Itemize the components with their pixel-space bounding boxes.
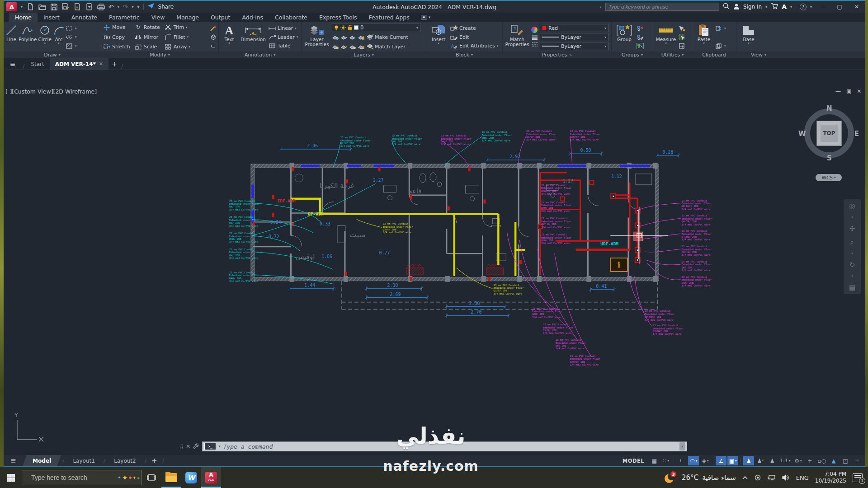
cut-tool[interactable]: ▾ [715, 24, 726, 33]
lineweight-icon[interactable] [531, 34, 538, 40]
settings-icon[interactable]: ⚙▾ [793, 456, 803, 465]
ribbon-tab-collaborate[interactable]: Collaborate [269, 13, 313, 22]
customize-icon[interactable]: + [804, 456, 815, 465]
annotation-panel-label[interactable]: Annotation▾ [219, 52, 302, 58]
hatch-tool[interactable]: ▾ [66, 42, 77, 50]
layer-isolate-icon[interactable] [340, 34, 348, 40]
dimension-button[interactable]: Dimension [239, 23, 267, 51]
isodraft-icon[interactable]: ◈▾ [700, 456, 711, 465]
move-button[interactable]: Move [103, 23, 130, 32]
annotation-visibility-icon[interactable]: ♟ [743, 456, 754, 465]
sign-in-caret-icon[interactable]: ▾ [765, 5, 767, 9]
layer-unlock-icon[interactable] [349, 43, 356, 50]
autodesk-caret-icon[interactable]: ▾ [790, 5, 792, 9]
layer-properties-button[interactable]: Layer Properties [303, 23, 330, 51]
command-customize-icon[interactable] [193, 442, 199, 451]
clock[interactable]: 7:04 PM10/19/2025 [815, 471, 846, 484]
help-icon[interactable]: ? [800, 4, 807, 10]
mirror-button[interactable]: Mirror [135, 33, 160, 42]
qat-customize-icon[interactable]: ▾̄ [137, 5, 140, 9]
command-input[interactable] [223, 443, 677, 450]
ortho-icon[interactable]: ∟ [676, 456, 687, 465]
stretch-button[interactable]: Stretch [103, 42, 130, 51]
group-button[interactable]: Group [613, 23, 635, 51]
file-explorer-button[interactable] [161, 467, 181, 488]
groups-panel-label[interactable]: Groups▾ [612, 52, 653, 58]
measure-button[interactable]: Measure ▾ [655, 23, 677, 51]
snap-icon[interactable]: ∷▾ [660, 456, 671, 465]
weather-icon[interactable]: 3 [665, 472, 675, 483]
group-select-toggle[interactable] [637, 42, 644, 50]
ribbon-tab-annotate[interactable]: Annotate [66, 13, 103, 22]
circle-button[interactable]: Circle ▾ [38, 23, 52, 51]
edit-attributes-button[interactable]: Edit Attributes▾ [450, 42, 499, 50]
copy-button[interactable]: Copy [103, 33, 130, 42]
pan-icon[interactable]: ✣ [849, 225, 855, 233]
match-layer-button[interactable]: Match Layer [375, 44, 406, 50]
copy-clip-tool[interactable]: ▾ [715, 42, 726, 50]
explode-tool[interactable] [209, 33, 217, 42]
offset-tool[interactable]: ⊂ [209, 42, 217, 50]
ellipse-tool[interactable]: ▾ [66, 33, 77, 42]
close-button[interactable]: ✕ [850, 1, 863, 12]
leader-button[interactable]: Leader▾ [269, 33, 298, 42]
undo-caret-icon[interactable]: ▾ [118, 5, 119, 9]
block-panel-label[interactable]: Block▾ [426, 52, 503, 58]
share-button[interactable]: Share [158, 4, 174, 10]
tab-adm-ver-14[interactable]: ADM VER-14*✕ [50, 58, 108, 70]
polar-tracking-icon[interactable]: ◠▾ [688, 456, 699, 465]
minimize-button[interactable]: — [816, 1, 829, 12]
taskbar-search[interactable]: ✦✦●✦● [22, 470, 142, 485]
view-panel-label[interactable]: View▾ [736, 52, 781, 58]
scale-button[interactable]: Scale [135, 42, 160, 51]
properties-panel-label[interactable]: Properties↘ [503, 52, 612, 58]
make-current-button[interactable]: Make Current [375, 34, 408, 40]
redo-button[interactable]: ↷ [123, 3, 128, 10]
polyline-button[interactable]: Polyline [19, 23, 37, 51]
autocad-app-menu[interactable]: A [6, 2, 17, 11]
utilities-panel-label[interactable]: Utilities▾ [653, 52, 692, 58]
ribbon-tab-express-tools[interactable]: Express Tools [313, 13, 363, 22]
paste-button[interactable]: Paste ▾ [694, 23, 714, 51]
match-properties-button[interactable]: Match Properties [505, 23, 530, 51]
ribbon-tab-parametric[interactable]: Parametric [103, 13, 146, 22]
tab-start[interactable]: Start [25, 58, 49, 70]
ribbon-display-toggle[interactable]: ▪▾ [419, 13, 433, 22]
open-file-icon[interactable] [38, 3, 46, 11]
base-button[interactable]: Base ▾ [738, 23, 759, 51]
weather-widget[interactable]: 26°Cسماء صافية [682, 474, 736, 482]
save-icon[interactable] [50, 3, 58, 11]
grid-icon[interactable]: ▦ [649, 456, 660, 465]
drawing-canvas[interactable]: i [4, 70, 865, 455]
layer-unlock2-icon[interactable] [358, 43, 365, 50]
layout-tab-layout1[interactable]: Layout1 [66, 455, 102, 466]
screen-record-icon[interactable] [754, 474, 761, 481]
wcs-selector[interactable]: WCS▾ [816, 174, 842, 181]
layer-lock-icon[interactable] [358, 34, 365, 40]
erase-tool[interactable] [209, 24, 217, 33]
command-line[interactable]: ⣿ ✕ >_ ▾ ▴ [180, 441, 687, 451]
ribbon-tab-home[interactable]: Home [9, 13, 38, 22]
ribbon-tab-output[interactable]: Output [205, 13, 236, 22]
rectangle-tool[interactable]: ▾ [66, 24, 77, 33]
viewcube-top-face[interactable]: TOP [816, 121, 842, 146]
quick-select-tool[interactable] [678, 33, 685, 42]
ribbon-tab-view[interactable]: View [146, 13, 171, 22]
model-space-button[interactable]: MODEL [619, 458, 648, 464]
start-button[interactable] [0, 467, 22, 488]
search-icon[interactable] [723, 3, 730, 11]
trim-button[interactable]: Trim▾ [165, 23, 190, 32]
group-edit-tool[interactable] [637, 33, 644, 42]
object-snap-tracking-icon[interactable]: ∠ [716, 456, 726, 465]
command-history-icon[interactable]: ▴ [679, 442, 685, 450]
table-button[interactable]: Table [269, 42, 298, 50]
plot-icon[interactable] [73, 3, 81, 11]
file-tabs-menu-icon[interactable]: ≡ [4, 58, 22, 70]
ungroup-tool[interactable] [637, 24, 644, 33]
object-snap-icon[interactable]: ▣▾ [727, 456, 738, 465]
insert-button[interactable]: Insert ▾ [428, 23, 449, 51]
share-plane-icon[interactable] [147, 3, 155, 10]
viewcube-west[interactable]: W [798, 130, 806, 138]
layer-off-icon[interactable] [332, 34, 339, 40]
color-wheel-icon[interactable] [531, 27, 538, 33]
